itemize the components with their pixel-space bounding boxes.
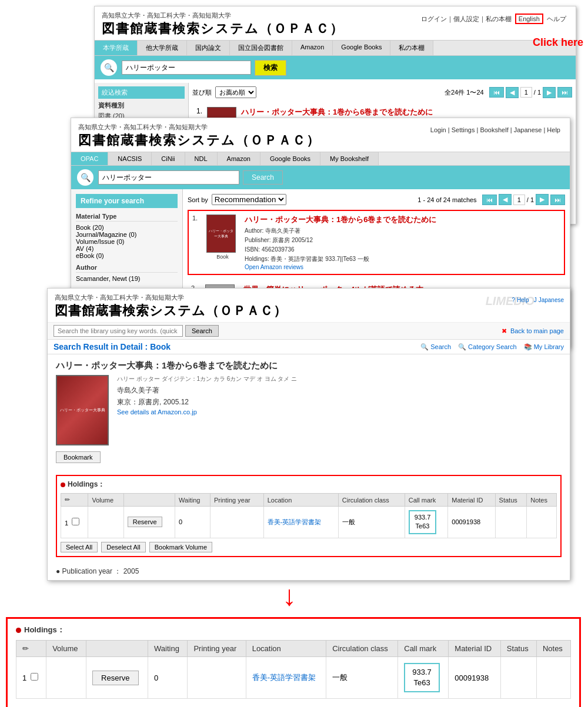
- bcol-location: Location: [246, 641, 326, 657]
- card1-pg-first[interactable]: ⏮: [489, 87, 504, 98]
- card1-pg-prev[interactable]: ◀: [506, 87, 519, 98]
- card2-pg-total: 1: [530, 196, 534, 203]
- card2-nav-mybookshelf[interactable]: My Bookshelf: [320, 152, 379, 165]
- card1-sort-select[interactable]: お薦め順: [215, 86, 256, 98]
- bcol-volume: Volume: [46, 641, 86, 657]
- card1-nav-other[interactable]: 他大学所蔵: [138, 41, 187, 55]
- row-location-link[interactable]: 香美-英語学習書架: [268, 518, 322, 525]
- bcol-icon: ✏: [16, 641, 46, 657]
- card2-mat-0[interactable]: Book (20): [76, 224, 178, 231]
- card2-pg-next[interactable]: ▶: [536, 194, 549, 205]
- search-action-icon: 🔍: [420, 343, 429, 351]
- col-status: Status: [495, 494, 527, 507]
- card1-material-title: 資料種別: [98, 101, 185, 110]
- card3-search-btn[interactable]: Search: [185, 325, 219, 337]
- card3-help: ? Help J Japanese: [512, 297, 564, 303]
- card2-nav-cinii[interactable]: CiNii: [152, 152, 185, 165]
- card1-search-input[interactable]: [122, 61, 251, 75]
- bottom-table-header: ✏ Volume Waiting Printing year Location …: [16, 641, 571, 657]
- card1-r1-title[interactable]: ハリー・ポッター大事典：1巻から6巻までを読むために: [241, 107, 568, 118]
- category-icon: 🔍: [458, 343, 466, 351]
- click-here-label: Click here: [533, 36, 583, 49]
- bottom-reserve-btn[interactable]: Reserve: [92, 671, 138, 685]
- row-checkbox[interactable]: [72, 518, 79, 525]
- card2-nav-ndl[interactable]: NDL: [185, 152, 218, 165]
- card3-action-category[interactable]: 🔍 Category Search: [458, 343, 517, 351]
- bcol-status: Status: [500, 641, 536, 657]
- card3-search-input[interactable]: [54, 325, 183, 337]
- card1-help: ヘルプ: [547, 15, 566, 22]
- back-icon: ✖: [502, 327, 507, 334]
- card2-nav-google[interactable]: Google Books: [260, 152, 320, 165]
- card3-action-search[interactable]: 🔍 Search: [420, 343, 451, 351]
- card2-author-0[interactable]: Scamander, Newt (19): [76, 275, 178, 282]
- card2-nav-opac[interactable]: OPAC: [71, 152, 108, 165]
- card2-search-btn[interactable]: Search: [243, 170, 283, 185]
- big-arrow-down: ↓: [282, 582, 296, 610]
- row-callmark-box: 933.7 Te63: [409, 510, 437, 534]
- row-printing: [210, 507, 263, 538]
- bottom-row-printing: [188, 657, 246, 699]
- card2-r1-amazon[interactable]: Open Amazon reviews: [245, 264, 436, 270]
- card1-pg-next[interactable]: ▶: [543, 87, 556, 98]
- col-circulation: Circulation class: [338, 494, 405, 507]
- bottom-row-circulation: 一般: [326, 657, 398, 699]
- card3-pub-year-value: 2005: [123, 567, 139, 575]
- card3-select-all-btn[interactable]: Select All: [61, 542, 98, 552]
- card2-r1-num: 1.: [192, 215, 201, 270]
- card1-nav-domestic[interactable]: 国内論文: [187, 41, 230, 55]
- bcol-waiting: Waiting: [148, 641, 188, 657]
- bcol-callmark: Call mark: [398, 641, 449, 657]
- card2-search-input[interactable]: [98, 170, 239, 185]
- card2-r1-thumb: ハリー・ポッター大事典 Book: [206, 215, 239, 270]
- card3-bookmark-volume-btn[interactable]: Bookmark Volume: [149, 542, 212, 552]
- bottom-row-checkbox[interactable]: [31, 673, 38, 681]
- card2-refine-title: Refine your search: [76, 194, 178, 208]
- card2-r1-title[interactable]: ハリー・ポッター大事典：1巻から6巻までを読むために: [245, 215, 436, 225]
- bottom-dot: [16, 628, 21, 633]
- card2-mat-3[interactable]: AV (4): [76, 245, 178, 252]
- card3-back-link[interactable]: ✖ Back to main page: [502, 327, 564, 335]
- card3-action-mylibrary[interactable]: 📚 My Library: [524, 343, 564, 351]
- card2-nav-nacsis[interactable]: NACSIS: [108, 152, 152, 165]
- card1-nav-mybookshelf[interactable]: 私の本棚: [390, 41, 433, 55]
- card3-reserve-btn[interactable]: Reserve: [128, 517, 162, 527]
- card3-pub-sep: ：: [114, 567, 121, 575]
- card2-pg-first[interactable]: ⏮: [482, 195, 497, 205]
- card2-mat-1[interactable]: Journal/Magazine (0): [76, 231, 178, 238]
- card1-nav-google[interactable]: Google Books: [333, 41, 390, 55]
- card2-sort-label: Sort by: [188, 196, 208, 203]
- card2-r1-info: ハリー・ポッター大事典：1巻から6巻までを読むために Author: 寺島久美子…: [245, 215, 436, 270]
- card2-pg-prev[interactable]: ◀: [499, 194, 512, 205]
- card3-book-info: ハリー ポッター ダイジテン：1カン カラ 6カン マデ オ ヨム タメ ニ 寺…: [117, 375, 562, 445]
- card3-deselect-all-btn[interactable]: Deselect All: [101, 542, 145, 552]
- card1-nav-honkyo[interactable]: 本学所蔵: [95, 41, 138, 55]
- card1-nav: 本学所蔵 他大学所蔵 国内論文 国立国会図書館 Amazon Google Bo…: [95, 40, 576, 56]
- card2-results-count: 1 - 24 of 24 matches: [417, 196, 476, 203]
- col-notes: Notes: [527, 494, 557, 507]
- card2-author-title: Author: [76, 264, 178, 273]
- card2-mat-2[interactable]: Volume/Issue (0): [76, 238, 178, 245]
- card3-amazon-link[interactable]: See details at Amazon.co.jp: [117, 408, 562, 416]
- card2-sort-select[interactable]: Recommendation: [212, 194, 286, 205]
- card1-pg-last[interactable]: ⏭: [557, 87, 572, 98]
- bottom-row-notes: [536, 657, 570, 699]
- card2-pg-last[interactable]: ⏭: [550, 195, 565, 205]
- card2-sort-area: Sort by Recommendation: [188, 194, 286, 205]
- card2-nav-amazon[interactable]: Amazon: [218, 152, 260, 165]
- bottom-row-reserve: Reserve: [86, 657, 148, 699]
- card3-ruby-title: ハリー ポッター ダイジテン：1カン カラ 6カン マデ オ ヨム タメ ニ: [117, 375, 562, 383]
- card1-search-btn[interactable]: 検索: [255, 60, 286, 76]
- row-waiting: 0: [175, 507, 211, 538]
- card1-header: 高知県立大学・高知工科大学・高知短期大学 図書館蔵書検索システム（ＯＰＡＣ） ロ…: [95, 6, 576, 40]
- card1-english-btn[interactable]: English: [515, 14, 543, 24]
- card2-author-section: Author Scamander, Newt (19): [76, 264, 178, 282]
- card1-nav-ndl[interactable]: 国立国会図書館: [230, 41, 292, 55]
- bottom-location-link[interactable]: 香美-英語学習書架: [252, 673, 316, 682]
- card3-action-links: 🔍 Search 🔍 Category Search 📚 My Library: [420, 343, 564, 351]
- card1-nav-amazon[interactable]: Amazon: [292, 41, 333, 55]
- card3-bookmark-btn[interactable]: Bookmark: [56, 451, 101, 463]
- bottom-callmark-box: 933.7 Te63: [404, 663, 440, 692]
- card2-mat-4[interactable]: eBook (0): [76, 252, 178, 259]
- row-status: [495, 507, 527, 538]
